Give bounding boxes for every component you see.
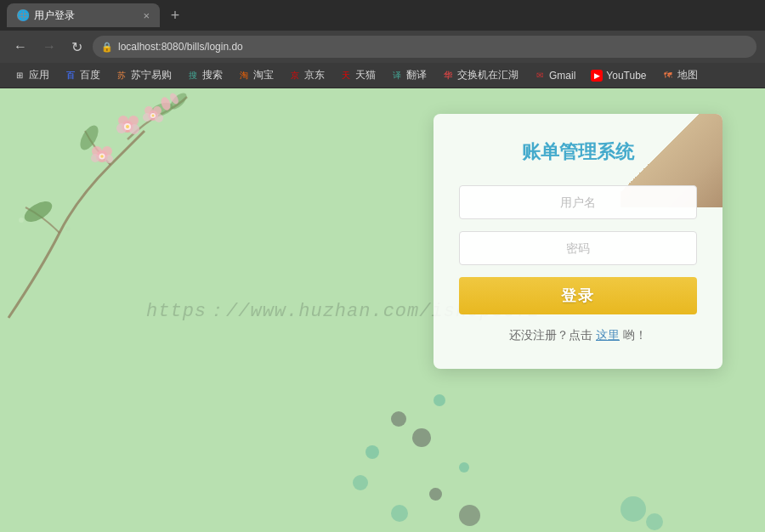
bubble-5: [459, 462, 469, 473]
browser-chrome: 🌐 用户登录 × + ← → ↻ 🔒 localhost:8080/bills/…: [0, 0, 765, 88]
bookmark-translate[interactable]: 译 翻译: [384, 66, 434, 84]
svg-point-28: [66, 227, 71, 231]
bookmark-tmall[interactable]: 天 天猫: [333, 66, 382, 84]
username-input[interactable]: [459, 185, 697, 219]
bookmark-map[interactable]: 🗺 地图: [655, 66, 705, 84]
suning-icon: 苏: [116, 70, 128, 82]
svg-point-24: [152, 115, 155, 117]
bookmark-apps-label: 应用: [29, 68, 49, 82]
bookmark-map-label: 地图: [677, 68, 698, 82]
tmall-icon: 天: [340, 70, 352, 82]
card-title: 账单管理系统: [459, 139, 697, 165]
svg-point-15: [105, 155, 113, 163]
jd-icon: 京: [289, 70, 301, 82]
new-tab-button[interactable]: +: [163, 3, 187, 27]
youtube-icon: ▶: [591, 70, 603, 82]
bubble-11: [646, 513, 663, 530]
page-content: https：//www.huzhan.com/ishop3572 账单管理系统 …: [0, 88, 765, 532]
taobao-icon: 淘: [238, 70, 250, 82]
bubble-9: [353, 475, 368, 490]
bubble-1: [391, 411, 406, 427]
bookmark-youtube[interactable]: ▶ YouTube: [584, 68, 653, 83]
register-hint: 还没注册？点击 这里 哟！: [459, 328, 697, 343]
bookmark-search[interactable]: 搜 搜索: [180, 66, 230, 84]
bubble-7: [429, 488, 442, 501]
bookmark-gmail-label: Gmail: [549, 70, 575, 82]
tab-bar: 🌐 用户登录 × +: [0, 0, 765, 31]
forward-button[interactable]: →: [37, 36, 61, 58]
bookmark-apps[interactable]: ⊞ 应用: [7, 66, 56, 84]
url-text: localhost:8080/bills/login.do: [118, 41, 243, 53]
svg-point-0: [21, 197, 55, 226]
bubble-3: [434, 394, 445, 406]
bookmark-exchange[interactable]: 华 交换机在汇湖: [435, 66, 525, 84]
svg-point-14: [91, 154, 99, 162]
register-hint-suffix: 哟！: [623, 328, 647, 342]
bookmark-youtube-label: YouTube: [606, 70, 646, 82]
tab-title: 用户登录: [34, 8, 75, 23]
bookmark-translate-label: 翻译: [406, 68, 427, 82]
back-button[interactable]: ←: [8, 36, 32, 58]
bookmark-jd[interactable]: 京 京东: [282, 66, 332, 84]
map-icon: 🗺: [662, 70, 674, 82]
login-card: 账单管理系统 登录 还没注册？点击 这里 哟！: [434, 114, 722, 369]
svg-point-10: [126, 125, 129, 128]
nav-bar: ← → ↻ 🔒 localhost:8080/bills/login.do: [0, 31, 765, 63]
register-link[interactable]: 这里: [596, 328, 620, 342]
bookmark-suning[interactable]: 苏 苏宁易购: [109, 66, 178, 84]
exchange-icon: 华: [442, 70, 454, 82]
baidu-icon: 百: [65, 70, 76, 82]
translate-icon: 译: [391, 70, 403, 82]
bookmark-jd-label: 京东: [304, 68, 325, 82]
bookmark-gmail[interactable]: ✉ Gmail: [527, 68, 582, 83]
bookmark-suning-label: 苏宁易购: [131, 68, 172, 82]
tab-close-button[interactable]: ×: [143, 9, 150, 22]
svg-point-21: [143, 113, 151, 122]
svg-point-22: [155, 114, 163, 122]
lock-icon: 🔒: [101, 42, 113, 53]
bookmarks-bar: ⊞ 应用 百 百度 苏 苏宁易购 搜 搜索 淘 淘宝 京 京东 天 天猫 译 翻: [0, 63, 765, 88]
password-input[interactable]: [459, 231, 697, 265]
bubble-6: [391, 505, 408, 522]
bubble-2: [412, 428, 431, 447]
address-bar[interactable]: 🔒 localhost:8080/bills/login.do: [93, 36, 756, 58]
bookmark-baidu[interactable]: 百 百度: [58, 66, 107, 84]
tab-favicon: 🌐: [17, 9, 29, 21]
gmail-icon: ✉: [534, 70, 546, 82]
svg-point-17: [100, 155, 104, 158]
register-hint-prefix: 还没注册？点击: [509, 328, 592, 342]
svg-point-27: [19, 218, 24, 223]
bookmark-taobao[interactable]: 淘 淘宝: [231, 66, 280, 84]
bubble-4: [366, 445, 379, 459]
apps-icon: ⊞: [14, 70, 26, 82]
bookmark-tmall-label: 天猫: [355, 68, 376, 82]
bookmark-exchange-label: 交换机在汇湖: [457, 68, 518, 82]
bubble-10: [620, 496, 646, 522]
bookmark-baidu-label: 百度: [80, 68, 100, 82]
search-bk-icon: 搜: [187, 70, 199, 82]
bookmark-search-label: 搜索: [202, 68, 223, 82]
active-tab[interactable]: 🌐 用户登录 ×: [7, 3, 160, 27]
bubble-8: [459, 505, 480, 526]
bookmark-taobao-label: 淘宝: [253, 68, 274, 82]
login-button[interactable]: 登录: [459, 277, 697, 314]
refresh-button[interactable]: ↻: [66, 36, 88, 59]
